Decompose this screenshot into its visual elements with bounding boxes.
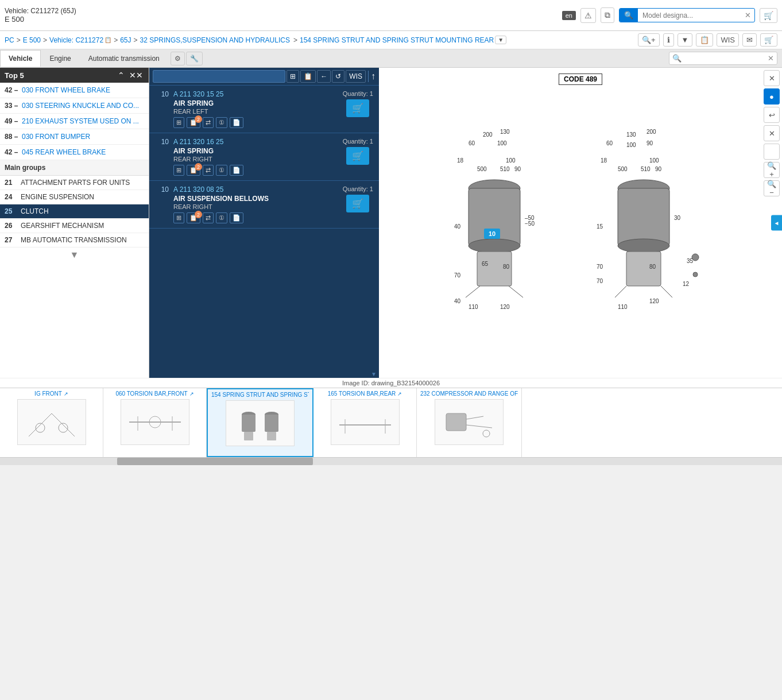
diag-zoom-out-btn[interactable]: 🔍−	[764, 180, 780, 196]
doc-btn[interactable]: 📋	[696, 33, 713, 47]
model-search-btn[interactable]: 🔍	[620, 9, 638, 22]
copy-btn[interactable]: ⧉	[601, 7, 614, 23]
tab-search-input[interactable]	[684, 53, 765, 64]
diagram-nav-btn[interactable]: ◄	[771, 215, 782, 231]
part-info-btn-2[interactable]: ①	[216, 165, 227, 176]
sidebar-item-top-5[interactable]: 42 – 045 REAR WHEEL BRAKE	[0, 145, 149, 160]
parts-toolbar-grid[interactable]: ⊞	[287, 70, 299, 83]
svg-rect-70	[446, 413, 466, 431]
sidebar-item-top-4[interactable]: 88 – 030 FRONT BUMPER	[0, 129, 149, 145]
part-switch-btn-2[interactable]: ⇄	[203, 165, 214, 176]
sidebar-main-item-24[interactable]: 24 ENGINE SUSPENSION	[0, 190, 149, 204]
sidebar-item-top-1[interactable]: 42 – 030 FRONT WHEEL BRAKE	[0, 83, 149, 98]
sidebar-close-btn[interactable]: ✕✕	[128, 71, 144, 80]
sidebar-main-item-25[interactable]: 25 CLUTCH	[0, 204, 149, 219]
tab-engine[interactable]: Engine	[41, 50, 79, 67]
thumb-item-4[interactable]: 165 TORSION BAR,REAR ↗	[313, 388, 417, 457]
part-pos-3: 10	[155, 185, 169, 194]
part-grid-btn-1[interactable]: ⊞	[173, 117, 184, 128]
diag-x-btn[interactable]: ✕	[764, 125, 780, 141]
part-grid-btn-3[interactable]: ⊞	[173, 212, 184, 223]
wis-btn[interactable]: WIS	[717, 33, 739, 47]
info-btn[interactable]: ℹ	[663, 33, 674, 47]
parts-toolbar-wis[interactable]: WIS	[346, 70, 366, 83]
zoom-in-btn[interactable]: 🔍+	[638, 33, 660, 47]
sidebar-main-item-26[interactable]: 26 GEARSHIFT MECHANISM	[0, 219, 149, 233]
breadcrumb-current[interactable]: 154 SPRING STRUT AND SPRING STRUT MOUNTI…	[300, 36, 494, 44]
sidebar-main-item-21[interactable]: 21 ATTACHMENT PARTS FOR UNITS	[0, 176, 149, 190]
part-info-btn-3[interactable]: ①	[216, 212, 227, 223]
thumb-item-5[interactable]: 232 COMPRESSOR AND RANGE OF LINES ↗	[417, 388, 522, 457]
part-desc-2: REAR RIGHT	[173, 156, 338, 163]
cart-top-btn[interactable]: 🛒	[760, 8, 777, 23]
breadcrumb-vehicle[interactable]: Vehicle: C211272	[49, 36, 103, 44]
model-search-input[interactable]	[638, 9, 741, 22]
vehicle-title: Vehicle: C211272 (65J)	[5, 7, 76, 15]
diag-zoom-in-btn[interactable]: 🔍+	[764, 162, 780, 178]
breadcrumb-e500[interactable]: E 500	[23, 36, 41, 44]
parts-toolbar-refresh[interactable]: ↺	[332, 70, 344, 83]
tab-search-btn[interactable]: 🔍	[669, 52, 684, 64]
diag-circle-btn[interactable]: ●	[764, 88, 780, 105]
part-info-btn-1[interactable]: ①	[216, 117, 227, 128]
part-clip-btn-2[interactable]: 📋2	[187, 165, 200, 176]
breadcrumb-springs[interactable]: 32 SPRINGS,SUSPENSION AND HYDRAULICS	[140, 36, 290, 44]
breadcrumb-dropdown-btn[interactable]: ▼	[495, 36, 506, 44]
thumb-item-1[interactable]: IG FRONT ↗	[0, 388, 103, 457]
sidebar-main-item-27[interactable]: 27 MB AUTOMATIC TRANSMISSION	[0, 233, 149, 247]
svg-line-51	[661, 286, 672, 297]
diag-undo-btn[interactable]: ↩	[764, 107, 780, 123]
cart-btn-2[interactable]: 🛒	[346, 147, 369, 165]
sidebar-header: Top 5 ⌃ ✕✕	[0, 68, 149, 83]
cart-btn-3[interactable]: 🛒	[346, 195, 369, 212]
part-item-3: 10 A 211 320 08 25 AIR SUSPENSION BELLOW…	[149, 181, 379, 229]
mail-btn[interactable]: ✉	[742, 33, 757, 47]
vehicle-copy-icon[interactable]: 📋	[104, 37, 111, 43]
part-doc-btn-2[interactable]: 📄	[230, 165, 243, 176]
horizontal-scrollbar[interactable]	[0, 457, 782, 465]
breadcrumb-65j[interactable]: 65J	[120, 36, 131, 44]
tab-extra-icon-1[interactable]: ⚙	[171, 52, 185, 65]
part-details-3: A 211 320 08 25 AIR SUSPENSION BELLOWS R…	[173, 185, 338, 223]
model-search-clear[interactable]: ✕	[741, 9, 754, 22]
svg-text:90: 90	[655, 166, 662, 172]
tab-search-clear[interactable]: ✕	[765, 52, 777, 64]
cart-btn-1[interactable]: 🛒	[346, 99, 369, 117]
scrollbar-thumb[interactable]	[117, 458, 313, 465]
part-switch-btn-1[interactable]: ⇄	[203, 117, 214, 128]
thumb-item-3[interactable]: 154 SPRING STRUT AND SPRING STRUT MOUNTI…	[207, 388, 313, 457]
tab-automatic-transmission[interactable]: Automatic transmission	[80, 50, 168, 67]
part-doc-btn-3[interactable]: 📄	[230, 212, 243, 223]
thumb-strip: IG FRONT ↗ 060 TORSION BAR,FRONT ↗	[0, 388, 782, 457]
parts-search-input[interactable]	[153, 70, 285, 83]
breadcrumb-pc[interactable]: PC	[5, 36, 14, 44]
sidebar-minimize-btn[interactable]: ⌃	[117, 71, 126, 80]
svg-text:500: 500	[477, 166, 487, 172]
filter-btn[interactable]: ▼	[678, 33, 693, 47]
image-id-bar: Image ID: drawing_B32154000026	[0, 378, 782, 388]
sidebar-item-top-2[interactable]: 33 – 030 STEERING KNUCKLE AND CO...	[0, 98, 149, 114]
parts-toolbar-clipboard[interactable]: 📋	[300, 70, 316, 83]
part-clip-btn-1[interactable]: 📋2	[187, 117, 200, 128]
sidebar-item-top-3[interactable]: 49 – 210 EXHAUST SYSTEM USED ON ...	[0, 114, 149, 129]
part-doc-btn-1[interactable]: 📄	[230, 117, 243, 128]
svg-text:18: 18	[601, 157, 607, 164]
parts-toolbar-back[interactable]: ←	[317, 70, 331, 83]
svg-text:130: 130	[626, 132, 636, 138]
cart-bc-btn[interactable]: 🛒	[760, 33, 777, 47]
warning-btn[interactable]: ⚠	[580, 8, 596, 23]
part-clip-btn-3[interactable]: 📋2	[187, 212, 200, 223]
parts-scroll-bar[interactable]: ▼	[149, 370, 379, 378]
svg-text:10: 10	[489, 230, 495, 237]
sidebar-scroll-down[interactable]: ▼	[70, 250, 79, 260]
tab-extra-icon-2[interactable]: 🔧	[186, 52, 203, 65]
part-grid-btn-2[interactable]: ⊞	[173, 165, 184, 176]
sidebar-header-btns: ⌃ ✕✕	[117, 71, 144, 80]
diag-blank-btn[interactable]	[764, 144, 780, 160]
svg-text:65: 65	[482, 261, 489, 267]
tab-vehicle[interactable]: Vehicle	[0, 50, 41, 67]
thumb-item-2[interactable]: 060 TORSION BAR,FRONT ↗	[103, 388, 207, 457]
diag-close-btn[interactable]: ✕	[764, 70, 780, 86]
part-switch-btn-3[interactable]: ⇄	[203, 212, 214, 223]
parts-panel-scroll-up[interactable]: ↑	[371, 71, 375, 82]
